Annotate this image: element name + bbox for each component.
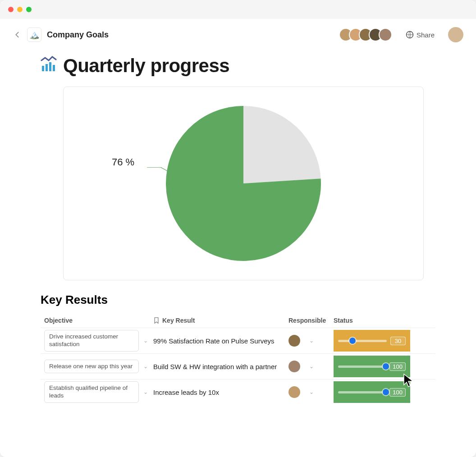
column-status: Status [334,317,410,324]
share-button[interactable]: Share [406,31,435,39]
chevron-down-icon[interactable]: ⌄ [143,338,148,344]
table-row: Drive increased customer satisfaction⌄99… [41,328,435,353]
chart-percentage-label: 76 % [112,156,134,168]
chevron-down-icon[interactable]: ⌄ [309,338,314,344]
chevron-down-icon[interactable]: ⌄ [309,389,314,395]
chevron-left-icon [15,32,19,38]
svg-rect-2 [46,64,48,71]
responsible-avatar[interactable] [288,386,300,398]
column-responsible: Responsible [288,317,334,324]
app-window: 🏔️ Company Goals Share [0,0,476,457]
mac-titlebar [0,0,476,19]
page-content: Quarterly progress 76 % Key Results Obje… [0,50,476,423]
table-row: Establish qualified pipeline of leads⌄In… [41,379,435,405]
objective-chip[interactable]: Drive increased customer satisfaction [44,330,139,352]
page-title-row: Quarterly progress [41,55,435,77]
key-result-text[interactable]: Build SW & HW integration with a partner [153,363,277,370]
document-title[interactable]: Company Goals [47,30,109,40]
table-header: Objective Key Result Responsible Status [41,313,435,328]
svg-rect-3 [49,62,51,71]
share-label: Share [416,31,435,39]
status-slider[interactable]: 100 [334,381,410,403]
pie-chart [166,106,321,261]
maximize-window-icon[interactable] [26,7,32,12]
header-bar: 🏔️ Company Goals Share [0,19,476,50]
close-window-icon[interactable] [8,7,14,12]
status-value: 100 [389,362,406,371]
document-icon: 🏔️ [27,27,41,42]
status-value: 30 [390,337,406,345]
responsible-avatar[interactable] [288,361,300,372]
key-result-text[interactable]: 99% Satisfaction Rate on Pulse Surveys [153,337,274,345]
bookmark-icon [153,317,160,324]
svg-rect-1 [42,66,44,71]
status-value: 100 [389,388,406,397]
profile-avatar[interactable] [448,27,463,42]
status-slider[interactable]: 100 [334,356,410,377]
column-key-result: Key Result [153,317,288,324]
chevron-down-icon[interactable]: ⌄ [143,363,148,370]
avatar[interactable] [379,28,392,41]
leader-line [147,167,172,174]
page-title: Quarterly progress [63,55,229,77]
share-icon [406,31,414,39]
chart-icon [41,56,57,76]
collaborator-avatars[interactable] [343,28,392,41]
status-slider[interactable]: 30 [334,330,410,352]
key-results-table: Objective Key Result Responsible Status … [41,313,435,405]
minimize-window-icon[interactable] [17,7,23,12]
mouse-cursor-icon [402,373,416,388]
table-row: Release one new app this year⌄Build SW &… [41,353,435,379]
chevron-down-icon[interactable]: ⌄ [143,389,148,395]
key-results-heading: Key Results [41,293,435,307]
progress-chart: 76 % [63,87,424,280]
chevron-down-icon[interactable]: ⌄ [309,363,314,370]
key-result-text[interactable]: Increase leads by 10x [153,388,219,396]
back-button[interactable] [13,30,22,39]
responsible-avatar[interactable] [288,335,300,347]
column-key-result-label: Key Result [162,317,195,324]
svg-rect-4 [53,65,55,71]
objective-chip[interactable]: Release one new app this year [44,360,139,374]
objective-chip[interactable]: Establish qualified pipeline of leads [44,381,139,403]
column-objective: Objective [41,317,153,324]
